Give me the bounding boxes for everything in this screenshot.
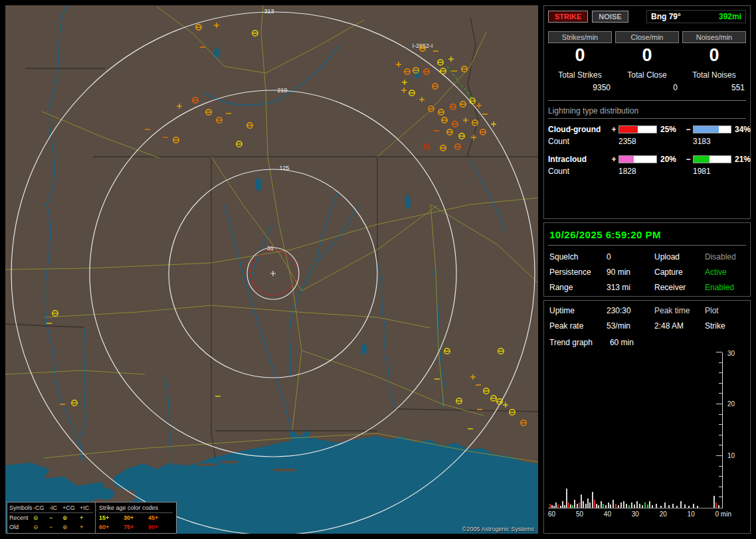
range-ring-label: 31 [267,245,274,252]
trend-bar [610,504,611,508]
range-label: Range [549,283,607,292]
trend-section: Uptime 230:30 Peak time Plot Peak rate 5… [543,300,751,534]
capture-label: Capture [654,268,705,277]
legend-recent-row: Recent ⊖ − ⊕ + [9,513,93,522]
legend-col-header: -IC [49,503,62,512]
trend-bar [577,504,578,508]
x-tick-label: 40 [604,510,611,518]
y-axis-tick [719,383,722,384]
trend-bar [664,502,666,508]
trend-bar [557,504,559,508]
trend-chart: 30 20 10 60 50 40 30 20 10 0 min [548,352,746,524]
y-axis-tick [719,476,722,477]
legend-row-label: Old [9,522,33,532]
legend-age-code: 45+ [148,513,173,522]
close-per-min-button[interactable]: Close/min [615,31,679,43]
close-column: Close/min 0 Total Close 0 [615,31,679,92]
trend-bar [656,504,657,508]
map-legend: Symbols -CG -IC +CG +IC Recent ⊖ − ⊕ + O… [7,502,177,534]
legend-col-header: +CG [62,503,80,512]
y-axis-tick [716,455,722,456]
trend-bar [592,492,593,508]
peak-time-value: 2:48 AM [654,321,705,331]
peak-time-label: Peak time [654,306,705,315]
noises-per-min-button[interactable]: Noises/min [682,31,746,43]
cg-negative-pct: 34% [731,125,756,134]
y-axis-tick [719,445,722,445]
trend-bar [680,501,682,508]
y-axis-tick [719,497,722,497]
trend-bar [618,505,619,508]
legend-symbol: ⊖ [33,522,49,532]
legend-symbol: ⊖ [33,513,49,522]
trend-graph-window: 60 min [610,338,634,347]
legend-symbol: ⊕ [62,522,80,532]
trend-bar [623,501,624,508]
y-axis-tick [719,362,722,363]
intracloud-row: Intracloud + 20% − 21% [548,155,746,164]
trend-bar [642,505,643,508]
range-value: 313 mi [607,283,654,292]
trend-bar [601,501,602,508]
noises-column: Noises/min 0 Total Noises 551 [682,31,746,92]
bearing-range: 392mi [719,12,741,21]
capture-status: Active [705,268,745,277]
bearing-value: Bng 79° [651,12,681,21]
trend-bar [636,501,638,508]
y-axis-tick [719,435,722,435]
peak-rate-label: Peak rate [549,321,607,331]
intracloud-label: Intracloud [548,155,609,164]
stats-section: STRIKE NOISE Bng 79° 392mi Strikes/min 0… [543,5,751,219]
trend-bar [693,504,694,508]
upload-label: Upload [654,252,705,262]
legend-age-code: 60+ [99,522,124,532]
x-tick-label: 10 [688,510,695,518]
map-svg[interactable]: 313 219 125 31 I-2652-I [5,5,538,534]
strike-tab[interactable]: STRIKE [548,11,588,23]
y-tick-label: 10 [727,452,735,459]
legend-symbol: ⊕ [62,513,80,522]
bearing-display: Bng 79° 392mi [646,10,746,23]
trend-bar [639,504,640,508]
trend-bar [572,505,573,508]
trend-bar [620,502,622,508]
trend-bar [676,506,678,508]
negative-sign: − [684,125,693,134]
legend-age-row: 60+ 75+ 90+ [99,522,173,532]
map-area[interactable]: 313 219 125 31 I-2652-I Symbols -CG -IC … [5,5,538,534]
datetime-display: 10/26/2025 6:59:20 PM [548,227,746,246]
y-axis-tick [716,352,722,352]
legend-header-row: Symbols -CG -IC +CG +IC [9,503,93,513]
cloud-ground-count-row: Count 2358 3183 [548,137,746,146]
total-noises-value: 551 [682,83,746,92]
cg-positive-count: 2358 [618,137,657,146]
positive-sign: + [609,125,618,134]
legend-symbol: − [49,522,62,532]
negative-sign: − [684,155,693,164]
cg-positive-pct: 25% [657,125,684,134]
legend-age-code: 15+ [99,513,124,522]
trend-bar [649,501,650,508]
trend-bar [589,502,591,508]
trend-bar [570,504,571,508]
trend-bar [615,504,616,508]
total-noises-label: Total Noises [682,70,746,80]
strikes-column: Strikes/min 0 Total Strikes 9350 [548,31,612,92]
cloud-ground-row: Cloud-ground + 25% − 34% [548,125,746,134]
divider [548,100,746,101]
trend-bar [549,504,551,508]
noise-tab[interactable]: NOISE [592,11,628,23]
trend-plot [548,352,723,508]
trend-bar [718,505,719,508]
legend-age-title: Strike age color codes [99,503,173,513]
trend-bar [587,499,589,508]
strikes-per-min-button[interactable]: Strikes/min [548,31,612,43]
legend-symbol: + [80,513,92,522]
legend-age-code: 30+ [124,513,148,522]
y-tick-label: 20 [727,400,735,408]
y-axis-tick [719,466,722,467]
squelch-value: 0 [607,252,654,262]
trend-bar [608,502,609,508]
cg-negative-count: 3183 [693,137,731,146]
trend-bar [553,506,555,508]
